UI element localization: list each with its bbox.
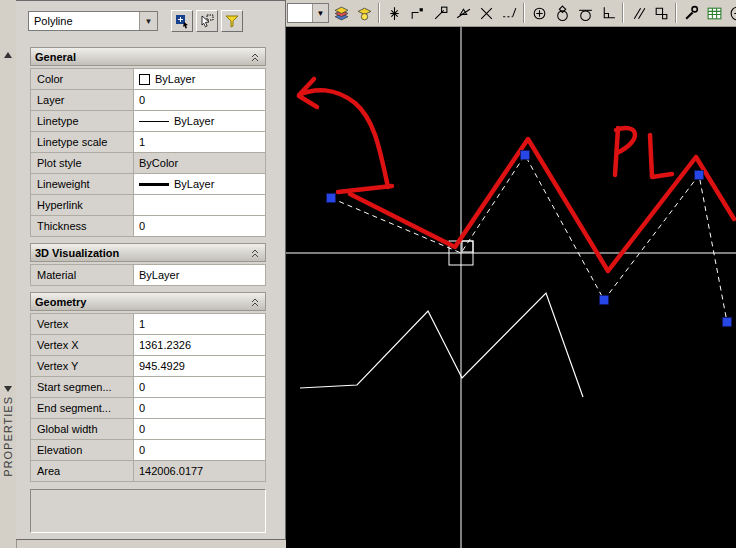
elevation-value-cell[interactable]: 0 — [134, 440, 265, 460]
table-row: Color ByLayer — [31, 69, 265, 90]
start-segment-value-cell[interactable]: 0 — [134, 377, 265, 397]
quick-select-button[interactable] — [221, 10, 243, 32]
snap-to-parallel-button[interactable] — [627, 2, 649, 24]
quick-select-icon — [224, 13, 240, 29]
grip — [327, 194, 336, 203]
snap-to-perpendicular-button[interactable] — [597, 2, 619, 24]
lineweight-value-cell[interactable]: ByLayer — [134, 174, 265, 194]
snap-to-endpoint-button[interactable] — [429, 2, 451, 24]
material-value-cell[interactable]: ByLayer — [134, 265, 265, 285]
section-title: 3D Visualization — [35, 247, 119, 259]
snap-to-tangent-icon — [577, 5, 594, 22]
snap-to-quadrant-icon — [554, 5, 571, 22]
scroll-up-icon[interactable] — [4, 52, 12, 58]
table-row: Elevation 0 — [31, 440, 265, 461]
snap-to-quadrant-button[interactable] — [551, 2, 573, 24]
vertex-y-value-cell[interactable]: 945.4929 — [134, 356, 265, 376]
property-label: Layer — [31, 90, 134, 110]
property-value: 0 — [139, 402, 145, 414]
property-value: ByColor — [139, 157, 178, 169]
property-label: Linetype — [31, 111, 134, 131]
palette-description-box — [30, 489, 266, 533]
property-value: ByLayer — [174, 178, 214, 190]
object-type-dropdown[interactable]: Polyline ▼ — [28, 11, 158, 31]
section-header-3d-visualization[interactable]: 3D Visualization — [30, 243, 266, 262]
property-value: 142006.0177 — [139, 465, 203, 477]
plot-style-value-cell: ByColor — [134, 153, 265, 173]
linetype-value-cell[interactable]: ByLayer — [134, 111, 265, 131]
thickness-value-cell[interactable]: 0 — [134, 216, 265, 236]
snap-to-midpoint-icon — [455, 5, 472, 22]
vertex-value-cell[interactable]: 1 — [134, 314, 265, 334]
linetype-scale-value-cell[interactable]: 1 — [134, 132, 265, 152]
global-width-value-cell[interactable]: 0 — [134, 419, 265, 439]
table-button[interactable] — [703, 2, 725, 24]
snap-to-center-icon — [531, 5, 548, 22]
toggle-pickadd-button[interactable] — [171, 10, 193, 32]
drawing-canvas[interactable] — [286, 27, 736, 548]
grip — [723, 318, 732, 327]
table-row: Vertex 1 — [31, 314, 265, 335]
property-label: Lineweight — [31, 174, 134, 194]
dashed-polyline — [331, 155, 727, 322]
snap-to-extension-button[interactable] — [498, 2, 520, 24]
table-row: Vertex X 1361.2326 — [31, 335, 265, 356]
layers-button[interactable] — [330, 2, 352, 24]
osnap-settings-icon — [683, 5, 700, 22]
section-header-general[interactable]: General — [30, 47, 266, 66]
red-underline — [338, 186, 392, 192]
collapse-chevron-icon[interactable] — [249, 247, 261, 259]
layer-states-button[interactable] — [353, 2, 375, 24]
property-label: Vertex Y — [31, 356, 134, 376]
table-row: Vertex Y 945.4929 — [31, 356, 265, 377]
snap-to-intersection-button[interactable] — [475, 2, 497, 24]
palette-title-bar[interactable]: PROPERTIES — [0, 0, 17, 548]
property-value: ByLayer — [174, 115, 214, 127]
chevron-down-icon[interactable]: ▼ — [139, 12, 157, 30]
object-type-value: Polyline — [34, 15, 73, 27]
property-label: Global width — [31, 419, 134, 439]
section-title: General — [35, 51, 76, 63]
table-row: Layer 0 — [31, 90, 265, 111]
linetype-sample-icon — [139, 121, 169, 122]
temporary-track-point-button[interactable] — [383, 2, 405, 24]
property-label: Start segmen... — [31, 377, 134, 397]
toggle-pickadd-icon — [174, 13, 190, 29]
snap-to-intersection-icon — [478, 5, 495, 22]
property-label: End segment... — [31, 398, 134, 418]
osnap-toolbar: ▼ — [286, 0, 736, 27]
snap-to-center-button[interactable] — [528, 2, 550, 24]
collapse-chevron-icon[interactable] — [249, 51, 261, 63]
layer-states-icon — [356, 5, 373, 22]
section-header-geometry[interactable]: Geometry — [30, 292, 266, 311]
osnap-settings-button[interactable] — [680, 2, 702, 24]
color-value-cell[interactable]: ByLayer — [134, 69, 265, 89]
grip — [521, 151, 530, 160]
scroll-down-icon[interactable] — [4, 386, 12, 392]
general-grid: Color ByLayer Layer 0 Linetype ByLayer L… — [30, 68, 266, 237]
plus-button[interactable] — [726, 2, 736, 24]
collapse-chevron-icon[interactable] — [249, 296, 261, 308]
table-row: Area 142006.0177 — [31, 461, 265, 482]
snap-to-insert-button[interactable] — [650, 2, 672, 24]
snap-from-icon — [409, 5, 426, 22]
table-row: Linetype scale 1 — [31, 132, 265, 153]
layer-control-dropdown[interactable]: ▼ — [287, 3, 329, 23]
snap-from-button[interactable] — [406, 2, 428, 24]
table-row: Thickness 0 — [31, 216, 265, 237]
select-objects-button[interactable] — [196, 10, 218, 32]
chevron-down-icon[interactable]: ▼ — [312, 4, 328, 22]
snap-to-tangent-button[interactable] — [574, 2, 596, 24]
property-value: 1 — [139, 318, 145, 330]
toolbar-separator — [378, 3, 380, 23]
snap-to-midpoint-button[interactable] — [452, 2, 474, 24]
visualization-grid: Material ByLayer — [30, 264, 266, 286]
vertex-x-value-cell[interactable]: 1361.2326 — [134, 335, 265, 355]
layer-value-cell[interactable]: 0 — [134, 90, 265, 110]
red-letter-L — [650, 135, 672, 177]
palette-header: Polyline ▼ — [16, 1, 285, 41]
lineweight-sample-icon — [139, 183, 169, 186]
toolbar-separator — [523, 3, 525, 23]
end-segment-value-cell[interactable]: 0 — [134, 398, 265, 418]
hyperlink-value-cell[interactable] — [134, 195, 265, 215]
